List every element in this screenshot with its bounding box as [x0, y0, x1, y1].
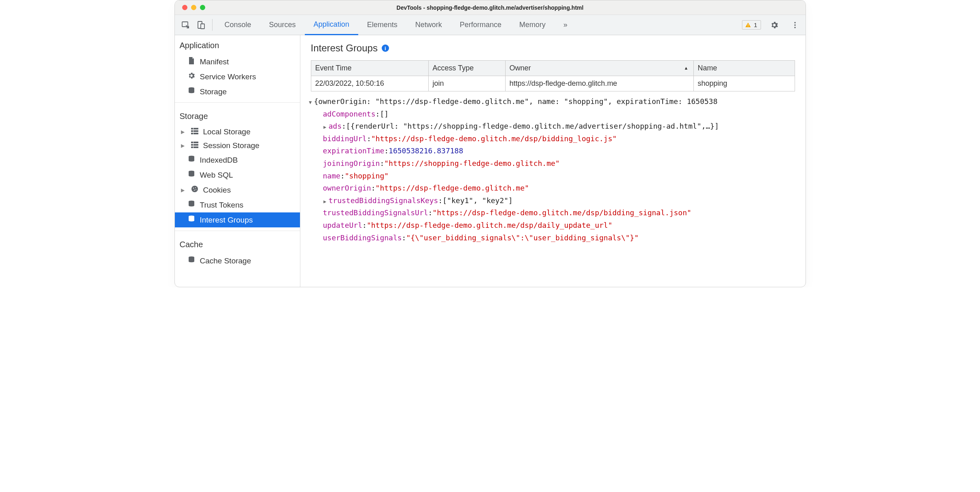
- sidebar-item-label: Manifest: [200, 57, 229, 66]
- kebab-menu-icon[interactable]: [788, 21, 802, 29]
- device-toggle-icon[interactable]: [193, 21, 209, 30]
- window-title: DevTools - shopping-fledge-demo.glitch.m…: [175, 4, 806, 11]
- zoom-window-button[interactable]: [200, 5, 205, 10]
- caret-icon: ▶: [180, 129, 186, 135]
- tree-item-biddingurl[interactable]: biddingUrl: "https://dsp-fledge-demo.gli…: [307, 133, 799, 145]
- svg-rect-20: [193, 146, 198, 148]
- close-window-button[interactable]: [182, 5, 187, 10]
- sidebar-item-trust-tokens[interactable]: Trust Tokens: [175, 197, 300, 212]
- sidebar-item-label: Trust Tokens: [200, 201, 244, 210]
- tab-application[interactable]: Application: [305, 15, 358, 35]
- sidebar-item-label: Interest Groups: [200, 216, 253, 225]
- svg-rect-18: [193, 144, 198, 146]
- svg-rect-2: [201, 24, 204, 29]
- svg-rect-12: [193, 130, 198, 132]
- details-tree: ▼ {ownerOrigin: "https://dsp-fledge-demo…: [300, 93, 806, 248]
- svg-rect-11: [191, 130, 193, 132]
- database-icon: [187, 87, 196, 97]
- devtools-window: DevTools - shopping-fledge-demo.glitch.m…: [174, 0, 806, 287]
- disclosure-closed-icon[interactable]: ▶: [321, 197, 329, 206]
- tab-network[interactable]: Network: [406, 15, 451, 35]
- cell-event-time: 22/03/2022, 10:50:16: [311, 76, 428, 91]
- sidebar-item-session-storage[interactable]: ▶ Session Storage: [175, 139, 300, 153]
- sidebar-item-web-sql[interactable]: Web SQL: [175, 168, 300, 182]
- tab-sources[interactable]: Sources: [260, 15, 305, 35]
- col-event-time[interactable]: Event Time: [311, 61, 428, 76]
- database-icon: [187, 155, 196, 165]
- panel-tabs: Console Sources Application Elements Net…: [216, 15, 576, 35]
- sidebar-section-storage: Storage: [175, 106, 300, 125]
- tree-item-userbiddingsignals[interactable]: userBiddingSignals: "{\"user_bidding_sig…: [307, 232, 799, 244]
- col-name[interactable]: Name: [693, 61, 795, 76]
- svg-point-25: [195, 187, 196, 188]
- sidebar-divider: [175, 102, 300, 103]
- tree-root[interactable]: ▼ {ownerOrigin: "https://dsp-fledge-demo…: [307, 95, 799, 108]
- tree-item-trustedbiddingsignalskeys[interactable]: ▶ trustedBiddingSignalsKeys: ["key1", "k…: [307, 195, 799, 207]
- sidebar-item-interest-groups[interactable]: Interest Groups: [175, 212, 300, 227]
- inspect-element-icon[interactable]: [178, 21, 193, 30]
- caret-icon: ▶: [180, 143, 186, 148]
- sidebar-item-service-workers[interactable]: Service Workers: [175, 69, 300, 84]
- tree-item-joiningorigin[interactable]: joiningOrigin: "https://shopping-fledge-…: [307, 157, 799, 170]
- disclosure-closed-icon[interactable]: ▶: [321, 123, 329, 131]
- col-access-type[interactable]: Access Type: [428, 61, 505, 76]
- sidebar-item-manifest[interactable]: Manifest: [175, 54, 300, 69]
- toolbar-separator: [212, 19, 213, 31]
- svg-point-27: [196, 189, 196, 190]
- events-table: Event Time Access Type Owner ▲ Name 22/0…: [311, 60, 795, 91]
- panel-body: Application Manifest Service Workers Sto…: [175, 35, 806, 287]
- tree-item-ads[interactable]: ▶ ads: [{renderUrl: "https://shopping-fl…: [307, 120, 799, 133]
- tree-item-expirationtime[interactable]: expirationTime: 1650538216.837188: [307, 145, 799, 157]
- database-icon: [187, 215, 196, 225]
- sidebar-item-cache-storage[interactable]: Cache Storage: [175, 253, 300, 268]
- titlebar: DevTools - shopping-fledge-demo.glitch.m…: [175, 0, 806, 15]
- col-owner[interactable]: Owner ▲: [505, 61, 693, 76]
- sidebar-section-cache: Cache: [175, 234, 300, 253]
- cookie-icon: [190, 185, 199, 195]
- tree-item-ownerorigin[interactable]: ownerOrigin: "https://dsp-fledge-demo.gl…: [307, 182, 799, 195]
- toolbar: Console Sources Application Elements Net…: [175, 15, 806, 35]
- cell-name: shopping: [693, 76, 795, 91]
- sidebar-item-label: IndexedDB: [200, 156, 238, 165]
- svg-point-23: [191, 186, 198, 192]
- tab-performance[interactable]: Performance: [451, 15, 510, 35]
- svg-rect-3: [748, 24, 748, 25]
- svg-point-5: [794, 22, 796, 23]
- tab-elements[interactable]: Elements: [358, 15, 406, 35]
- sidebar-item-storage[interactable]: Storage: [175, 84, 300, 99]
- tab-memory[interactable]: Memory: [510, 15, 555, 35]
- more-tabs-button[interactable]: »: [555, 15, 576, 35]
- warning-icon: [745, 22, 751, 28]
- sidebar-item-cookies[interactable]: ▶ Cookies: [175, 182, 300, 197]
- tab-console[interactable]: Console: [216, 15, 260, 35]
- file-icon: [187, 57, 196, 67]
- traffic-lights: [175, 5, 205, 10]
- tree-item-name[interactable]: name: "shopping": [307, 170, 799, 182]
- sidebar: Application Manifest Service Workers Sto…: [175, 35, 300, 287]
- gear-icon: [187, 72, 196, 82]
- issues-badge[interactable]: 1: [742, 20, 761, 30]
- sidebar-item-label: Local Storage: [203, 127, 251, 136]
- panel-header: Interest Groups i: [300, 35, 806, 58]
- table-row[interactable]: 22/03/2022, 10:50:16 join https://dsp-fl…: [311, 76, 795, 91]
- minimize-window-button[interactable]: [191, 5, 196, 10]
- settings-icon[interactable]: [767, 21, 782, 30]
- info-icon[interactable]: i: [382, 45, 389, 52]
- grid-icon: [190, 141, 199, 150]
- disclosure-open-icon[interactable]: ▼: [307, 98, 314, 106]
- tree-item-updateurl[interactable]: updateUrl: "https://dsp-fledge-demo.glit…: [307, 219, 799, 232]
- database-icon: [187, 200, 196, 210]
- svg-rect-15: [191, 142, 193, 143]
- sidebar-item-local-storage[interactable]: ▶ Local Storage: [175, 125, 300, 139]
- tree-item-adcomponents[interactable]: adComponents: []: [307, 108, 799, 121]
- sidebar-item-indexeddb[interactable]: IndexedDB: [175, 153, 300, 168]
- svg-point-6: [794, 24, 796, 26]
- tree-item-trustedbiddingsignalsurl[interactable]: trustedBiddingSignalsUrl: "https://dsp-f…: [307, 207, 799, 219]
- svg-point-7: [794, 27, 796, 28]
- svg-rect-13: [191, 133, 193, 134]
- database-icon: [187, 170, 196, 180]
- svg-rect-19: [191, 146, 193, 148]
- sidebar-divider: [175, 231, 300, 231]
- cell-owner: https://dsp-fledge-demo.glitch.me: [505, 76, 693, 91]
- sidebar-item-label: Storage: [200, 87, 227, 96]
